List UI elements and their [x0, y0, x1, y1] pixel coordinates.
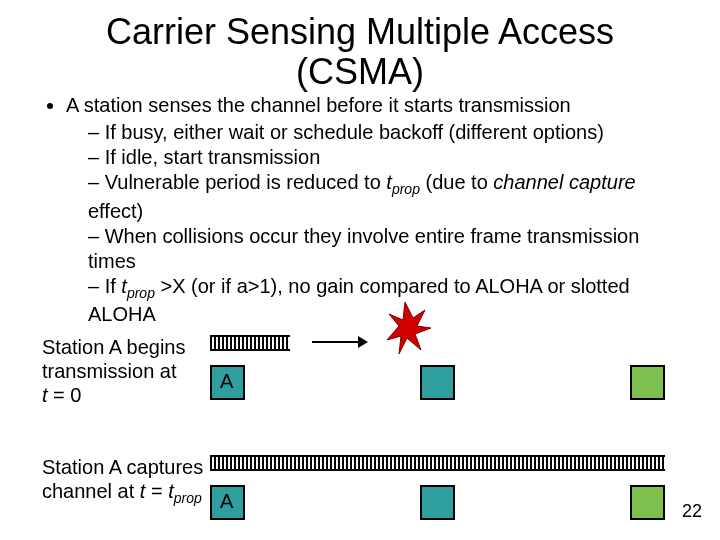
sb5-sub: prop	[127, 285, 155, 301]
station-right2-icon	[630, 485, 665, 520]
capB-l1: Station A captures	[42, 456, 203, 478]
signal-bar-full-icon	[210, 455, 665, 471]
capA-l2: transmission at	[42, 360, 177, 382]
bullet-main: A station senses the channel before it s…	[66, 93, 686, 327]
capA-l3-post: = 0	[48, 384, 82, 406]
station-a-label: A	[220, 370, 233, 393]
slide-number: 22	[682, 501, 702, 522]
title-line-1: Carrier Sensing Multiple Access	[106, 11, 614, 52]
capB-l2-pre: channel at	[42, 480, 140, 502]
capB-l2-mid: =	[145, 480, 168, 502]
diagram-channel-captured: A	[210, 455, 675, 530]
sb3-mid: (due to	[420, 171, 493, 193]
station-mid2-icon	[420, 485, 455, 520]
slide-body: A station senses the channel before it s…	[0, 93, 720, 327]
sb5-post: >X (or if a>1), no gain compared to ALOH…	[88, 275, 630, 326]
sub-bullet-3: Vulnerable period is reduced to tprop (d…	[88, 170, 686, 224]
station-mid-icon	[420, 365, 455, 400]
title-line-2: (CSMA)	[296, 51, 424, 92]
caption-b: Station A captures channel at t = tprop	[42, 455, 212, 507]
sb5-pre: If	[105, 275, 122, 297]
signal-bar-icon	[210, 335, 290, 351]
sub-bullet-4: When collisions occur they involve entir…	[88, 224, 686, 274]
bullet-main-text: A station senses the channel before it s…	[66, 94, 571, 116]
arrow-right-icon	[310, 333, 370, 351]
capA-l1: Station A begins	[42, 336, 185, 358]
capB-l2-sub: prop	[174, 490, 202, 506]
slide-title: Carrier Sensing Multiple Access (CSMA)	[0, 0, 720, 93]
caption-a: Station A begins transmission at t = 0	[42, 335, 212, 407]
collision-icon	[385, 300, 435, 360]
svg-marker-1	[358, 336, 368, 348]
sub-bullet-2: If idle, start transmission	[88, 145, 686, 170]
station-a2-label: A	[220, 490, 233, 513]
sb3-it: channel capture	[493, 171, 635, 193]
sb3-post: effect)	[88, 200, 143, 222]
sb3-sub: prop	[392, 181, 420, 197]
svg-marker-2	[387, 302, 431, 354]
sb3-pre: Vulnerable period is reduced to	[105, 171, 387, 193]
diagram-begin-transmission: A	[210, 335, 675, 425]
station-right-icon	[630, 365, 665, 400]
sub-bullet-1: If busy, either wait or schedule backoff…	[88, 120, 686, 145]
